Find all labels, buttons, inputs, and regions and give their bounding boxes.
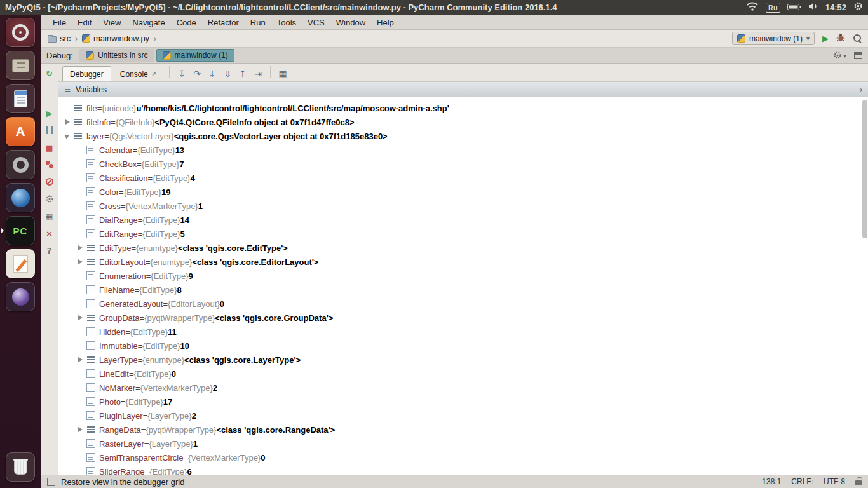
run-to-cursor-button[interactable]: ⇥ xyxy=(251,66,265,81)
vertical-scrollbar[interactable] xyxy=(862,97,868,475)
var-row-NoMarker[interactable]: NoMarker = {VertexMarkerType} 2 xyxy=(58,381,868,395)
settings-gear-icon[interactable]: ▾ xyxy=(833,51,846,60)
menu-help[interactable]: Help xyxy=(371,17,400,29)
launcher-item-text-editor[interactable] xyxy=(6,84,35,113)
launcher-item-media-app[interactable] xyxy=(6,282,35,311)
run-button[interactable]: ▶ xyxy=(822,34,829,43)
show-execution-point-button[interactable]: ↧ xyxy=(175,66,189,81)
menu-navigate[interactable]: Navigate xyxy=(126,17,170,29)
expand-arrow-icon[interactable] xyxy=(76,356,84,363)
var-row-CheckBox[interactable]: CheckBox = {EditType} 7 xyxy=(58,157,868,171)
var-row-Calendar[interactable]: Calendar = {EditType} 13 xyxy=(58,143,868,157)
var-row-DialRange[interactable]: DialRange = {EditType} 14 xyxy=(58,213,868,227)
keyboard-layout-indicator[interactable]: Ru xyxy=(766,3,780,13)
menu-vcs[interactable]: VCS xyxy=(302,17,330,29)
breadcrumb-mainwindow[interactable]: mainwindow.py xyxy=(81,34,151,43)
step-out-button[interactable]: ↑ xyxy=(236,66,250,81)
settings-button[interactable] xyxy=(44,193,55,205)
var-row-RasterLayer[interactable]: RasterLayer = {LayerType} 1 xyxy=(58,437,868,451)
scrollbar-thumb[interactable] xyxy=(862,100,867,238)
debug-tab-unittests-in-src[interactable]: Unittests in src xyxy=(79,49,154,62)
var-row-file[interactable]: file = {unicode} u'/home/kis/LC/lightcon… xyxy=(58,101,868,115)
resume-button[interactable]: ▶ xyxy=(44,107,55,119)
launcher-item-software-center[interactable]: A xyxy=(6,117,35,146)
line-separator[interactable]: CRLF: xyxy=(791,477,813,486)
expand-arrow-icon[interactable] xyxy=(64,118,71,126)
step-into-button[interactable]: ↓ xyxy=(205,66,219,81)
var-row-LayerType[interactable]: LayerType = {enumtype} <class 'qgis.core… xyxy=(58,353,868,367)
restore-layout-button[interactable]: ▦ xyxy=(276,66,290,81)
expand-arrow-icon[interactable] xyxy=(76,426,84,433)
var-row-EditType[interactable]: EditType = {enumtype} <class 'qgis.core.… xyxy=(58,241,868,255)
expand-arrow-icon[interactable] xyxy=(76,244,84,252)
collapse-arrow-icon[interactable] xyxy=(64,132,71,140)
panel-arrow-icon[interactable]: → xyxy=(856,85,862,94)
var-row-SemiTransparentCircle[interactable]: SemiTransparentCircle = {VertexMarkerTyp… xyxy=(58,451,868,464)
var-row-RangeData[interactable]: RangeData = {pyqtWrapperType} <class 'qg… xyxy=(58,423,868,437)
var-row-EditorLayout[interactable]: EditorLayout = {enumtype} <class 'qgis.c… xyxy=(58,255,868,269)
hide-panel-icon[interactable] xyxy=(854,52,862,59)
debugger-grid-icon[interactable] xyxy=(47,478,55,486)
var-row-Cross[interactable]: Cross = {VertexMarkerType} 1 xyxy=(58,199,868,213)
debug-tab-mainwindow-1-[interactable]: mainwindow (1) xyxy=(156,49,234,62)
clock[interactable]: 14:52 xyxy=(825,3,846,12)
var-row-GroupData[interactable]: GroupData = {pyqtWrapperType} <class 'qg… xyxy=(58,311,868,325)
step-over-button[interactable]: ↷ xyxy=(190,66,204,81)
launcher-item-trash[interactable] xyxy=(6,452,35,482)
var-row-layer[interactable]: layer = {QgsVectorLayer} <qgis.core.QgsV… xyxy=(58,129,868,143)
launcher-item-system-app[interactable] xyxy=(6,150,35,179)
mute-breakpoints-button[interactable] xyxy=(44,176,55,187)
var-row-fileInfo[interactable]: fileInfo = {QFileInfo} <PyQt4.QtCore.QFi… xyxy=(58,115,868,129)
menu-window[interactable]: Window xyxy=(330,17,371,29)
var-row-Immutable[interactable]: Immutable = {EditType} 10 xyxy=(58,339,868,353)
var-row-Color[interactable]: Color = {EditType} 19 xyxy=(58,185,868,199)
variable-name: CheckBox xyxy=(99,159,137,169)
stop-button[interactable]: ■ xyxy=(44,142,55,153)
expand-arrow-icon[interactable] xyxy=(76,314,84,322)
menu-run[interactable]: Run xyxy=(245,17,271,29)
jump-to-console-icon[interactable]: ↗ xyxy=(151,71,156,78)
var-row-GeneratedLayout[interactable]: GeneratedLayout = {EditorLayout} 0 xyxy=(58,297,868,311)
launcher-item-web-browser[interactable] xyxy=(6,183,35,212)
tab-console[interactable]: Console↗ xyxy=(112,66,164,81)
var-row-Photo[interactable]: Photo = {EditType} 17 xyxy=(58,395,868,409)
volume-icon[interactable] xyxy=(808,2,818,13)
force-step-into-button[interactable]: ⇩ xyxy=(220,66,234,81)
restore-layout-button[interactable]: ▦ xyxy=(44,210,55,222)
var-row-Classification[interactable]: Classification = {EditType} 4 xyxy=(58,171,868,185)
menu-refactor[interactable]: Refactor xyxy=(202,17,245,29)
network-icon[interactable] xyxy=(746,1,759,13)
rerun-button[interactable]: ↻ xyxy=(44,67,55,79)
menu-view[interactable]: View xyxy=(97,17,126,29)
var-row-SliderRange[interactable]: SliderRange = {EditType} 6 xyxy=(58,464,868,475)
caret-position[interactable]: 138:1 xyxy=(762,477,781,486)
launcher-item-file-manager[interactable] xyxy=(6,51,35,80)
debug-button[interactable] xyxy=(836,33,845,44)
var-row-FileName[interactable]: FileName = {EditType} 8 xyxy=(58,283,868,297)
view-breakpoints-button[interactable] xyxy=(44,159,55,170)
battery-icon[interactable] xyxy=(787,2,801,13)
pause-button[interactable] xyxy=(44,125,55,136)
menu-code[interactable]: Code xyxy=(171,17,202,29)
var-row-Enumeration[interactable]: Enumeration = {EditType} 9 xyxy=(58,269,868,283)
expand-arrow-icon[interactable] xyxy=(76,258,84,266)
menu-edit[interactable]: Edit xyxy=(72,17,97,29)
var-row-Hidden[interactable]: Hidden = {EditType} 11 xyxy=(58,325,868,339)
tab-debugger[interactable]: Debugger xyxy=(62,66,111,81)
run-configuration-select[interactable]: mainwindow (1) ▾ xyxy=(732,32,815,45)
menu-file[interactable]: File xyxy=(47,17,72,29)
var-row-PluginLayer[interactable]: PluginLayer = {LayerType} 2 xyxy=(58,409,868,423)
launcher-item-pycharm[interactable]: PC xyxy=(6,216,35,245)
file-encoding[interactable]: UTF-8 xyxy=(824,477,845,486)
launcher-item-ubuntu-dash[interactable] xyxy=(6,18,35,47)
close-button[interactable]: × xyxy=(44,227,55,239)
lock-icon[interactable] xyxy=(855,480,862,485)
help-button[interactable]: ? xyxy=(44,245,55,256)
search-everywhere-icon[interactable] xyxy=(853,34,862,43)
session-gear-icon[interactable] xyxy=(853,1,863,13)
menu-tools[interactable]: Tools xyxy=(271,17,302,29)
launcher-item-notes-app[interactable] xyxy=(6,249,35,278)
var-row-LineEdit[interactable]: LineEdit = {EditType} 0 xyxy=(58,367,868,381)
breadcrumb-src[interactable]: src xyxy=(46,34,72,43)
var-row-EditRange[interactable]: EditRange = {EditType} 5 xyxy=(58,227,868,241)
